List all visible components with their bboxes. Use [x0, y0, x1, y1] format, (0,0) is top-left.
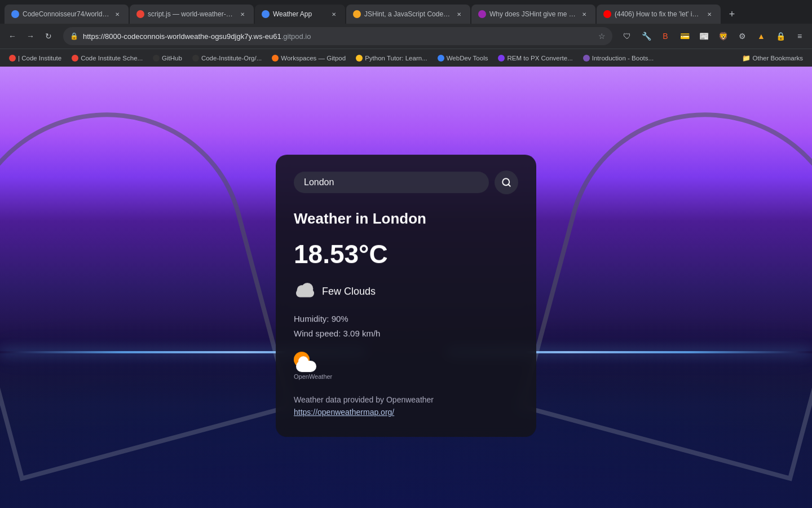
openweather-label: OpenWeather	[294, 373, 332, 380]
tab-jshint2[interactable]: Why does JSHint give me these i... ✕	[471, 5, 595, 24]
tab-codeconnoisseur[interactable]: CodeConnoisseur74/world-wea... ✕	[5, 5, 129, 24]
bookmark-ciorg[interactable]: Code-Institute-Org/...	[188, 52, 266, 64]
humidity-text: Humidity: 90%	[294, 312, 518, 326]
tab-label-1: CodeConnoisseur74/world-wea...	[23, 10, 109, 18]
address-text: https://8000-codeconnois-worldweathe-ogs…	[83, 32, 594, 41]
bookmark-other[interactable]: 📁 Other Bookmarks	[738, 52, 807, 64]
back-button[interactable]: ←	[5, 28, 20, 44]
bookmark-label-4: Code-Institute-Org/...	[201, 55, 262, 62]
bookmark-label-2: Code Institute Sche...	[81, 55, 143, 62]
forward-button[interactable]: →	[23, 28, 38, 44]
bookmarks-bar: | Code Institute Code Institute Sche... …	[0, 49, 812, 67]
bookmark-label-8: REM to PX Converte...	[507, 55, 572, 62]
attribution-link[interactable]: https://openweathermap.org/	[294, 408, 394, 417]
search-icon	[501, 177, 511, 187]
tab-close-2[interactable]: ✕	[238, 10, 247, 19]
bookmark-favicon-8	[498, 55, 505, 62]
attribution-description: Weather data provided by Openweather	[294, 393, 518, 406]
tab-label-2: script.js — world-weather-p2 ...	[148, 10, 235, 18]
bookmark-favicon-6	[356, 55, 363, 62]
tab-favicon-2	[136, 10, 144, 18]
bookmark-label-other: Other Bookmarks	[753, 55, 803, 62]
bookmark-favicon-3	[153, 55, 160, 62]
bookmark-label-6: Python Tutor: Learn...	[365, 55, 427, 62]
svg-point-4	[302, 283, 314, 295]
tab-favicon-5	[478, 10, 486, 18]
weather-details: Humidity: 90% Wind speed: 3.09 km/h	[294, 312, 518, 340]
bookmark-label-1: | Code Institute	[18, 55, 61, 62]
bookmark-label-3: GitHub	[162, 55, 182, 62]
vpn-icon[interactable]: 🔒	[773, 28, 788, 44]
ow-cloud	[296, 361, 316, 372]
tab-close-6[interactable]: ✕	[705, 10, 714, 19]
bookmark-star-icon[interactable]: ☆	[598, 32, 606, 41]
reload-button[interactable]: ↻	[41, 28, 56, 44]
tab-youtube[interactable]: (4406) How to fix the 'let' is avai... ✕	[597, 5, 721, 24]
extensions-icon[interactable]: 🛡	[619, 28, 635, 44]
bookmark-remtopx[interactable]: REM to PX Converte...	[493, 52, 577, 64]
address-bar-row: ← → ↻ 🔒 https://8000-codeconnois-worldwe…	[0, 24, 812, 49]
weather-condition-icon	[294, 281, 316, 303]
tab-scriptjs[interactable]: script.js — world-weather-p2 ... ✕	[130, 5, 254, 24]
openweather-logo: OpenWeather	[294, 352, 518, 380]
tools-icon[interactable]: 🔧	[638, 28, 654, 44]
cloud-svg	[294, 281, 316, 299]
bookmark-favicon-2	[72, 55, 78, 62]
tab-label-5: Why does JSHint give me these i...	[489, 10, 576, 18]
page-content: Weather in London 18.53°C Few Clouds Hum…	[0, 67, 812, 508]
news-icon[interactable]: 📰	[696, 28, 712, 44]
tab-label-6: (4406) How to fix the 'let' is avai...	[615, 10, 701, 18]
search-input[interactable]	[294, 172, 489, 193]
bookmark-webdev[interactable]: WebDev Tools	[433, 52, 493, 64]
bookmark-favicon-7	[438, 55, 444, 62]
condition-text: Few Clouds	[322, 286, 376, 297]
toolbar-icons: 🛡 🔧 B 💳 📰 🦁 ⚙ ▲ 🔒 ≡	[619, 28, 807, 44]
bookmark-cischedule[interactable]: Code Institute Sche...	[67, 52, 147, 64]
bookmark-gitpod[interactable]: Workspaces — Gitpod	[267, 52, 350, 64]
wind-text: Wind speed: 3.09 km/h	[294, 326, 518, 341]
weather-card: Weather in London 18.53°C Few Clouds Hum…	[276, 155, 536, 437]
security-icon: 🔒	[70, 32, 78, 40]
tab-label-4: JSHint, a JavaScript Code Quality T...	[364, 10, 451, 18]
condition-row: Few Clouds	[294, 281, 518, 303]
bookmark-label-7: WebDev Tools	[447, 55, 488, 62]
tab-close-3[interactable]: ✕	[329, 10, 338, 19]
weather-title: Weather in London	[294, 210, 518, 227]
bookmark-bootstrap[interactable]: Introduction - Boots...	[579, 52, 658, 64]
bookmark-favicon-1	[9, 55, 16, 62]
browser-chrome: CodeConnoisseur74/world-wea... ✕ script.…	[0, 0, 812, 67]
tab-close-1[interactable]: ✕	[113, 10, 122, 19]
bookmark-codeinstitute[interactable]: | Code Institute	[5, 52, 66, 64]
address-box[interactable]: 🔒 https://8000-codeconnois-worldweathe-o…	[63, 27, 612, 45]
bookmark-pythontutor[interactable]: Python Tutor: Learn...	[351, 52, 432, 64]
search-row	[294, 170, 518, 194]
tab-jshint[interactable]: JSHint, a JavaScript Code Quality T... ✕	[346, 5, 470, 24]
tab-close-4[interactable]: ✕	[454, 10, 464, 19]
new-tab-button[interactable]: +	[724, 6, 740, 22]
tab-bar: CodeConnoisseur74/world-wea... ✕ script.…	[0, 0, 812, 24]
tab-favicon-4	[353, 10, 361, 18]
bookmark-label-5: Workspaces — Gitpod	[281, 55, 346, 62]
svg-line-1	[508, 185, 510, 186]
menu-icon[interactable]: ≡	[792, 28, 807, 44]
address-domain: .gitpod.io	[281, 32, 311, 41]
folder-icon: 📁	[742, 54, 751, 62]
search-button[interactable]	[495, 170, 518, 194]
tab-favicon-6	[603, 10, 611, 18]
tab-favicon-3	[262, 10, 270, 18]
bookmark-favicon-5	[272, 55, 279, 62]
settings-icon[interactable]: ⚙	[734, 28, 750, 44]
rewards-icon[interactable]: ▲	[753, 28, 769, 44]
tab-weatherapp[interactable]: Weather App ✕	[255, 5, 345, 24]
tab-close-5[interactable]: ✕	[580, 10, 589, 19]
brave-icon[interactable]: B	[657, 28, 673, 44]
bookmark-favicon-9	[583, 55, 590, 62]
tab-label-3: Weather App	[273, 10, 326, 18]
wallet-icon[interactable]: 💳	[677, 28, 692, 44]
leo-icon[interactable]: 🦁	[715, 28, 731, 44]
openweather-icon	[294, 352, 319, 372]
bookmark-favicon-4	[192, 55, 199, 62]
tab-favicon-1	[11, 10, 19, 18]
bookmark-label-9: Introduction - Boots...	[592, 55, 654, 62]
bookmark-github[interactable]: GitHub	[148, 52, 187, 64]
